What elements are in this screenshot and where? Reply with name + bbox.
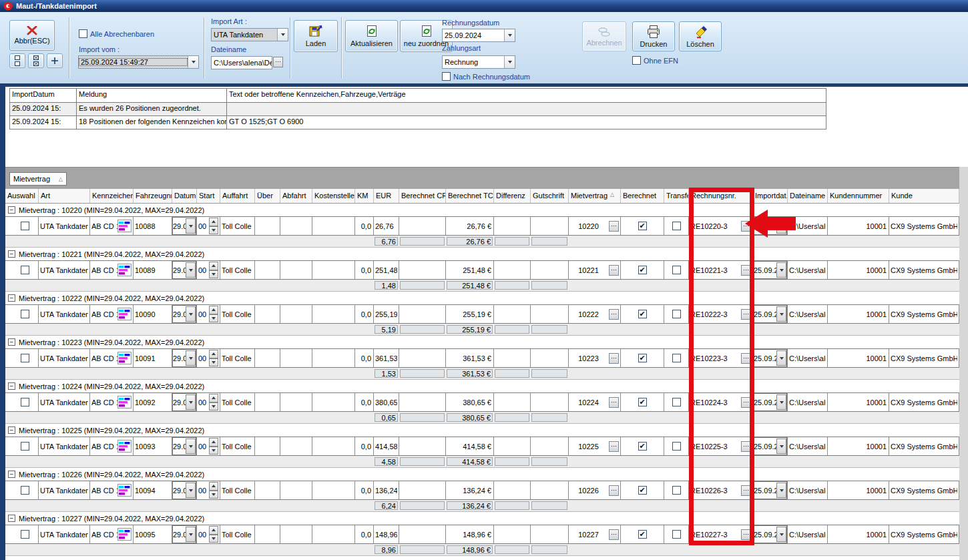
column-header-datum[interactable]: Datum <box>172 189 197 203</box>
transfer-checkbox[interactable] <box>672 310 681 318</box>
ellipsis-button[interactable]: ··· <box>609 397 619 408</box>
ellipsis-button[interactable]: ··· <box>609 309 619 320</box>
collapse-icon[interactable]: − <box>8 206 15 214</box>
chevron-down-icon[interactable] <box>186 262 196 278</box>
ellipsis-button[interactable]: ··· <box>741 221 751 232</box>
drucken-button[interactable]: Drucken <box>632 21 675 51</box>
row-select-checkbox[interactable] <box>21 398 29 406</box>
column-header-auffahrt[interactable]: Auffahrt <box>220 189 255 203</box>
group-row[interactable]: −Mietvertrag : 10227 (MIN=29.04.2022, MA… <box>5 512 959 525</box>
column-header-differenz[interactable]: Differenz <box>494 189 531 203</box>
browse-file-button[interactable]: ··· <box>273 57 283 67</box>
column-header-kunde[interactable]: Kunde <box>889 189 959 203</box>
transfer-checkbox[interactable] <box>672 530 681 539</box>
data-row[interactable]: UTA TankdatenAB CD 11009529.000Toll Coll… <box>5 525 959 544</box>
chevron-down-icon[interactable] <box>277 29 288 41</box>
column-header-kostenstelle[interactable]: Kostenstelle <box>312 189 355 203</box>
column-header-start[interactable]: Start <box>197 189 220 203</box>
start-spinner[interactable] <box>209 482 218 499</box>
chevron-down-icon[interactable] <box>776 483 786 498</box>
message-row[interactable]: 25.09.2024 15: Es wurden 26 Positionen z… <box>10 103 826 116</box>
group-row[interactable]: −Mietvertrag : 10220 (MIN=29.04.2022, MA… <box>5 204 959 216</box>
alle-abrechenbaren-checkbox[interactable]: Alle Abrechenbaren <box>79 29 154 38</box>
group-row[interactable]: −Mietvertrag : 10221 (MIN=29.04.2022, MA… <box>5 248 959 260</box>
transfer-checkbox[interactable] <box>672 354 681 362</box>
column-header-eur[interactable]: EUR <box>374 189 399 203</box>
spinner-down-icon[interactable] <box>209 491 218 499</box>
column-header-ueber[interactable]: Über <box>255 189 280 203</box>
column-header-berechnet_cr[interactable]: Berechnet CR <box>399 189 446 203</box>
spinner-up-icon[interactable] <box>209 218 218 226</box>
row-select-checkbox[interactable] <box>21 266 29 274</box>
spinner-down-icon[interactable] <box>209 358 218 367</box>
collapse-icon[interactable]: − <box>8 382 15 390</box>
checkbox-box[interactable] <box>632 56 641 65</box>
column-header-gutschrift[interactable]: Gutschrift <box>531 189 569 203</box>
chevron-down-icon[interactable] <box>186 439 196 454</box>
column-header-dateiname[interactable]: Dateiname <box>788 189 828 203</box>
transfer-checkbox[interactable] <box>672 398 681 406</box>
chevron-down-icon[interactable] <box>188 56 198 68</box>
row-select-checkbox[interactable] <box>21 486 29 495</box>
chevron-down-icon[interactable] <box>186 306 196 322</box>
row-select-checkbox[interactable] <box>21 442 29 451</box>
column-header-importdat[interactable]: Importdat. <box>753 189 788 203</box>
zahlungsart-combobox[interactable]: Rechnung <box>442 55 515 69</box>
start-spinner[interactable] <box>209 438 218 455</box>
row-select-checkbox[interactable] <box>21 354 29 362</box>
column-header-rechnungsnr[interactable]: Rechnungsnr. <box>689 189 753 203</box>
select-all-button[interactable] <box>28 53 44 68</box>
aktualisieren-button[interactable]: Aktualisieren <box>345 20 398 52</box>
data-row[interactable]: UTA TankdatenAB CD 11009029.000Toll Coll… <box>5 304 959 324</box>
rechnungsdatum-combobox[interactable]: 25.09.2024 <box>442 29 515 42</box>
column-header-fahrzeugnr[interactable]: Fahrzeugnr <box>134 189 172 203</box>
column-header-kundennummer[interactable]: Kundennummer <box>828 189 889 203</box>
group-row[interactable]: −Mietvertrag : 10224 (MIN=29.04.2022, MA… <box>5 380 959 392</box>
collapse-icon[interactable]: − <box>8 250 15 258</box>
berechnet-checkbox[interactable] <box>638 442 647 451</box>
ellipsis-button[interactable]: ··· <box>609 485 619 496</box>
column-header-art[interactable]: Art <box>39 189 90 203</box>
ellipsis-button[interactable]: ··· <box>609 265 619 276</box>
column-header-kennzeichen[interactable]: Kennzeichen <box>90 189 134 203</box>
group-by-chip-mietvertrag[interactable]: Mietvertrag △ <box>9 172 67 186</box>
berechnet-checkbox[interactable] <box>638 222 647 230</box>
collapse-icon[interactable]: − <box>8 294 15 302</box>
ellipsis-button[interactable]: ··· <box>741 441 751 452</box>
checkbox-box[interactable] <box>442 72 451 81</box>
collapse-icon[interactable]: − <box>8 471 15 478</box>
chevron-down-icon[interactable] <box>776 350 786 366</box>
group-row[interactable]: −Mietvertrag : 10225 (MIN=29.04.2022, MA… <box>5 424 959 437</box>
collapse-icon[interactable]: − <box>8 338 15 346</box>
nach-rechnungsdatum-checkbox[interactable]: Nach Rechnungsdatum <box>442 72 530 81</box>
ellipsis-button[interactable]: ··· <box>741 529 751 540</box>
berechnet-checkbox[interactable] <box>638 530 647 539</box>
start-spinner[interactable] <box>209 306 218 322</box>
deselect-all-button[interactable] <box>9 53 25 68</box>
ellipsis-button[interactable]: ··· <box>741 309 751 320</box>
berechnet-checkbox[interactable] <box>638 354 647 362</box>
chevron-down-icon[interactable] <box>186 218 196 234</box>
data-row[interactable]: UTA TankdatenAB CD 11008829.000Toll Coll… <box>5 216 959 236</box>
ohne-efn-checkbox[interactable]: Ohne EFN <box>632 56 678 65</box>
chevron-down-icon[interactable] <box>776 527 786 542</box>
ellipsis-button[interactable]: ··· <box>741 353 751 364</box>
row-select-checkbox[interactable] <box>21 310 29 318</box>
spinner-up-icon[interactable] <box>209 394 218 402</box>
spinner-up-icon[interactable] <box>209 262 218 270</box>
ellipsis-button[interactable]: ··· <box>609 221 619 232</box>
start-spinner[interactable] <box>209 262 218 278</box>
transfer-checkbox[interactable] <box>672 266 681 274</box>
chevron-down-icon[interactable] <box>776 262 786 278</box>
ellipsis-button[interactable]: ··· <box>609 441 619 452</box>
import-vom-combobox[interactable]: 25.09.2024 15:49:27 <box>78 55 199 69</box>
data-row[interactable]: UTA TankdatenAB CD 11009129.000Toll Coll… <box>5 348 959 368</box>
column-header-auswahl[interactable]: Auswahl <box>5 189 39 203</box>
spinner-down-icon[interactable] <box>209 535 218 543</box>
spinner-down-icon[interactable] <box>209 314 218 323</box>
data-row[interactable]: UTA TankdatenAB CD 11008929.000Toll Coll… <box>5 260 959 280</box>
start-spinner[interactable] <box>209 218 218 234</box>
chevron-down-icon[interactable] <box>504 29 515 41</box>
spinner-down-icon[interactable] <box>209 402 218 411</box>
start-spinner[interactable] <box>209 350 218 366</box>
